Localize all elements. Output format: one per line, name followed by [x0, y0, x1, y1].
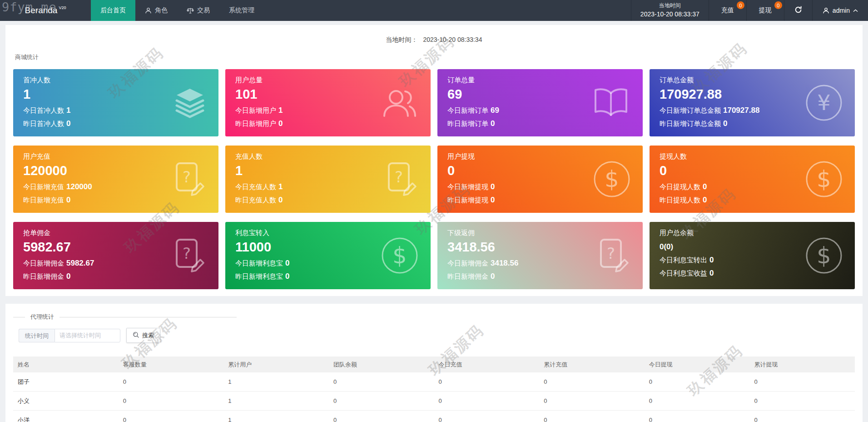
svg-text:$: $ [392, 242, 407, 269]
document-question-icon: ? [171, 161, 207, 197]
card-line-value: 0 [285, 259, 289, 267]
card-line-value: 0 [709, 256, 714, 264]
col-header-today-recharge: 今日充值 [434, 357, 540, 372]
card-line-label: 今日新增充值 [23, 183, 64, 191]
card-line-value: 0 [703, 196, 707, 204]
card-title: 用户总量 [235, 76, 421, 85]
brand-logo: Beranda V20 [0, 0, 91, 21]
refresh-button[interactable] [784, 0, 812, 21]
card-line-value: 0 [723, 119, 727, 128]
book-icon [591, 87, 631, 119]
navbar-local-time: 当地时间 2023-10-20 08:33:37 [631, 0, 709, 21]
card-line-value: 170927.88 [723, 106, 759, 115]
scales-icon [187, 7, 194, 14]
card-line-value: 1 [278, 106, 283, 115]
card-line-label: 今日提现人数 [660, 183, 700, 191]
card-line-label: 昨日提现人数 [660, 196, 700, 204]
col-header-today-withdraw: 今日提现 [645, 357, 750, 372]
refresh-icon [794, 6, 802, 15]
menu-item-label: 系统管理 [229, 6, 254, 15]
stat-card-order-amount: 订单总金额 170927.88 今日新增订单总金额170927.88 昨日新增订… [650, 69, 855, 136]
stat-card-withdraw-users: 提现人数 0 今日提现人数0 昨日提现人数0 $ [650, 146, 855, 213]
menu-item-label: 后台首页 [100, 6, 126, 15]
card-line-label: 昨日新增订单 [447, 120, 488, 127]
menu-item-system[interactable]: 系统管理 [219, 0, 264, 21]
username-label: admin [833, 7, 850, 14]
agent-stats-panel: 代理统计 统计时间 搜索 姓名 客服数量 累计用户 团队余额 今日充值 [5, 304, 863, 422]
user-menu[interactable]: admin [812, 0, 868, 21]
svg-text:$: $ [817, 166, 831, 192]
card-line-value: 0 [66, 196, 70, 204]
card-line-label: 今日首冲人数 [23, 106, 64, 114]
overview-panel: 当地时间： 2023-10-20 08:33:34 商城统计 首冲人数 1 今日… [5, 25, 863, 296]
card-line-label: 昨日新增充值 [23, 196, 64, 204]
card-line-value: 3418.56 [491, 259, 518, 267]
dollar-circle-icon: $ [805, 236, 843, 275]
document-question-icon: ? [595, 237, 631, 274]
dollar-circle-icon: $ [593, 160, 631, 198]
svg-text:?: ? [395, 168, 403, 186]
menu-item-roles[interactable]: 角色 [135, 0, 177, 21]
search-button-label: 搜索 [142, 332, 154, 340]
card-line-value: 0 [66, 119, 70, 128]
card-line-value: 0 [278, 196, 283, 204]
card-line-value: 120000 [66, 182, 92, 191]
stat-card-total-orders: 订单总量 69 今日新增订单69 昨日新增订单0 [437, 69, 643, 136]
col-header-service-count: 客服数量 [119, 357, 224, 372]
menu-item-label: 角色 [155, 6, 168, 15]
stat-card-grab-commission: 抢单佣金 5982.67 今日新增佣金5982.67 昨日新增佣金0 ? [13, 222, 218, 289]
chevron-up-icon [853, 9, 858, 12]
person-icon [145, 7, 152, 14]
card-line-value: 0 [703, 182, 707, 191]
agent-table: 姓名 客服数量 累计用户 团队余额 今日充值 累计充值 今日提现 累计提现 团子… [13, 357, 855, 422]
svg-text:?: ? [183, 244, 191, 262]
menu-item-dashboard[interactable]: 后台首页 [91, 0, 135, 21]
card-line-value: 1 [278, 182, 283, 191]
svg-text:$: $ [605, 166, 619, 192]
yen-circle-icon: ¥ [805, 84, 843, 122]
menu-item-trade[interactable]: 交易 [177, 0, 219, 21]
card-line-label: 今日新增利息宝 [235, 259, 283, 267]
recharge-button[interactable]: 充值 0 [709, 0, 746, 21]
stat-card-interest-transfer-in: 利息宝转入 11000 今日新增利息宝0 昨日新增利息宝0 $ [225, 222, 431, 289]
section-title-agent-stats: 代理统计 [25, 313, 60, 321]
card-line-label: 昨日首冲人数 [23, 120, 64, 127]
admin-dashboard-page: Beranda V20 后台首页 角色 交易 系统管理 当地时间 2023-10… [0, 0, 868, 422]
card-title: 用户充值 [23, 152, 208, 161]
card-line-value: 0 [709, 269, 714, 277]
card-line-value: 0 [66, 272, 70, 281]
card-line-label: 昨日新增提现 [447, 196, 488, 204]
stat-cards-grid: 首冲人数 1 今日首冲人数1 昨日首冲人数0 用户总量 101 今日新增用户1 … [13, 69, 855, 289]
stat-card-user-recharge: 用户充值 120000 今日新增充值120000 昨日新增充值0 ? [13, 146, 218, 213]
card-line-value: 1 [66, 106, 70, 115]
col-header-name: 姓名 [13, 357, 119, 372]
card-title: 首冲人数 [23, 76, 208, 85]
card-line-value: 0 [491, 119, 495, 128]
legend-line [13, 317, 25, 317]
stat-time-input[interactable] [55, 329, 120, 342]
panel-time-label: 当地时间： [386, 36, 418, 43]
legend-line [60, 317, 237, 317]
table-row: 团子 0 1 0 0 0 0 0 [13, 372, 855, 392]
agent-section-legend: 代理统计 [13, 304, 237, 321]
card-line-label: 今日充值人数 [235, 183, 276, 191]
search-button[interactable]: 搜索 [126, 328, 160, 343]
user-icon [823, 7, 829, 14]
withdraw-button[interactable]: 提现 0 [746, 0, 784, 21]
stat-card-sub-rebate: 下级返佣 3418.56 今日新增佣金3418.56 昨日新增佣金0 ? [437, 222, 643, 289]
card-line-value: 5982.67 [66, 259, 94, 267]
card-line-label: 今日利息宝收益 [660, 269, 707, 277]
card-line-label: 今日新增佣金 [447, 259, 488, 267]
card-line-label: 今日利息宝转出 [660, 256, 707, 264]
card-line-label: 今日新增订单总金额 [660, 106, 721, 114]
card-line-label: 今日新增提现 [447, 183, 488, 191]
card-line-value: 0 [491, 272, 495, 281]
col-header-total-users: 累计用户 [223, 357, 329, 372]
brand-name: Beranda [25, 5, 58, 15]
users-icon [380, 86, 419, 120]
stat-card-first-charge-users: 首冲人数 1 今日首冲人数1 昨日首冲人数0 [13, 69, 218, 136]
card-line-value: 0 [278, 119, 283, 128]
navbar-right: 当地时间 2023-10-20 08:33:37 充值 0 提现 0 admin [631, 0, 868, 21]
card-line-label: 今日新增用户 [235, 106, 276, 114]
withdraw-label: 提现 [759, 6, 772, 15]
